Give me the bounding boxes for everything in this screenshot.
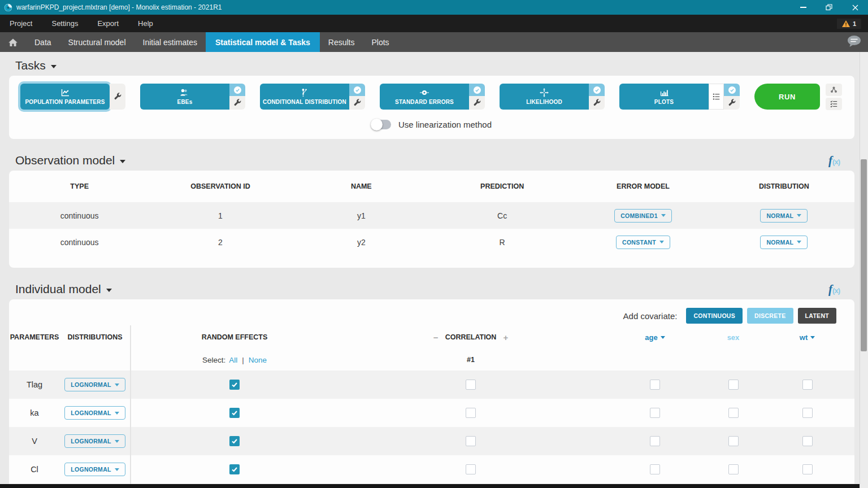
sex-checkbox[interactable]	[728, 436, 739, 446]
correlation-checkbox[interactable]	[466, 408, 476, 418]
feedback-button[interactable]	[847, 35, 861, 50]
restore-button[interactable]	[816, 0, 842, 15]
list-icon	[712, 93, 721, 101]
wrench-icon	[233, 99, 241, 107]
tab-data[interactable]: Data	[26, 32, 60, 52]
tasks-button-row: POPULATION PARAMETERS EBEs	[9, 76, 854, 110]
population-parameters-settings-button[interactable]	[110, 84, 125, 110]
home-icon	[8, 38, 18, 47]
obs-id: 2	[150, 238, 290, 247]
covariate-wt-dropdown[interactable]: wt	[800, 333, 815, 342]
obs-id: 1	[150, 211, 290, 220]
conditional-distribution-settings-button[interactable]	[349, 96, 365, 110]
obs-prediction: Cc	[432, 211, 572, 220]
tab-structural-model[interactable]: Structural model	[60, 32, 134, 52]
select-all-link[interactable]: All	[229, 356, 237, 364]
col-name: NAME	[291, 182, 432, 190]
likelihood-button[interactable]: LIKELIHOOD	[500, 84, 589, 110]
task-standard-errors: STANDARD ERRORS	[380, 84, 485, 110]
obs-name: y2	[291, 238, 432, 247]
ebes-button[interactable]: EBEs	[140, 84, 229, 110]
standard-errors-side	[469, 84, 485, 110]
col-covariate-age: age	[604, 333, 706, 342]
distribution-dropdown[interactable]: LOGNORMAL	[64, 406, 125, 420]
check-icon	[235, 88, 240, 93]
select-none-link[interactable]: None	[249, 356, 267, 364]
observation-model-collapse-caret-icon[interactable]	[120, 160, 125, 163]
tab-statistical-model-tasks[interactable]: Statistical model & Tasks	[206, 32, 320, 52]
covariate-age-dropdown[interactable]: age	[645, 333, 665, 342]
random-effect-checkbox[interactable]	[229, 436, 240, 446]
random-effect-checkbox[interactable]	[229, 380, 240, 390]
distribution-dropdown[interactable]: LOGNORMAL	[64, 434, 125, 448]
close-button[interactable]	[842, 0, 868, 15]
cluster-icon	[830, 86, 838, 94]
distribution-dropdown[interactable]: LOGNORMAL	[64, 378, 125, 391]
chat-bubble-icon	[847, 35, 861, 47]
sex-checkbox[interactable]	[728, 464, 739, 474]
covariate-sex-label[interactable]: sex	[727, 333, 740, 342]
observation-model-formula-button[interactable]: f(x)	[828, 154, 840, 168]
linearization-toggle[interactable]	[372, 120, 391, 129]
error-model-dropdown[interactable]: CONSTANT	[616, 236, 670, 249]
run-button[interactable]: RUN	[754, 84, 820, 110]
tab-results[interactable]: Results	[320, 32, 363, 52]
plots-settings-button[interactable]	[724, 96, 740, 110]
age-checkbox[interactable]	[650, 436, 660, 446]
age-checkbox[interactable]	[650, 380, 660, 390]
error-model-dropdown[interactable]: COMBINED1	[614, 209, 672, 223]
conditional-distribution-button[interactable]: CONDITIONAL DISTRIBUTION	[260, 84, 349, 110]
wt-checkbox[interactable]	[802, 408, 813, 418]
add-latent-covariate-button[interactable]: LATENT	[798, 308, 836, 324]
standard-errors-settings-button[interactable]	[469, 96, 485, 110]
individual-model-collapse-caret-icon[interactable]	[106, 289, 112, 292]
check-icon	[730, 88, 735, 93]
warning-indicator[interactable]: 1	[837, 19, 861, 29]
task-checklist-button[interactable]	[826, 98, 842, 110]
tab-initial-estimates[interactable]: Initial estimates	[134, 32, 206, 52]
age-checkbox[interactable]	[650, 464, 660, 474]
sex-checkbox[interactable]	[728, 408, 739, 418]
add-continuous-covariate-button[interactable]: CONTINUOUS	[686, 308, 743, 324]
menu-help[interactable]: Help	[128, 15, 163, 32]
standard-errors-button[interactable]: STANDARD ERRORS	[380, 84, 469, 110]
random-effect-checkbox[interactable]	[229, 464, 240, 474]
correlation-checkbox[interactable]	[466, 464, 476, 474]
population-parameters-button[interactable]: POPULATION PARAMETERS	[20, 84, 110, 110]
ebes-settings-button[interactable]	[229, 96, 245, 110]
menu-export[interactable]: Export	[88, 15, 128, 32]
distribution-dropdown[interactable]: LOGNORMAL	[64, 463, 125, 476]
plots-list-button[interactable]	[709, 84, 724, 110]
tasks-section-header: Tasks	[15, 56, 854, 75]
home-button[interactable]	[0, 32, 26, 52]
observation-table-header: TYPE OBSERVATION ID NAME PREDICTION ERRO…	[9, 171, 854, 202]
wrench-icon	[353, 99, 361, 107]
vertical-scrollbar[interactable]	[860, 52, 868, 488]
wt-checkbox[interactable]	[802, 436, 813, 446]
correlation-checkbox[interactable]	[466, 380, 476, 390]
col-distribution: DISTRIBUTION	[714, 182, 854, 190]
plots-button[interactable]: PLOTS	[619, 84, 709, 110]
workflow-button[interactable]	[826, 84, 842, 96]
tab-plots[interactable]: Plots	[363, 32, 398, 52]
wt-checkbox[interactable]	[802, 464, 813, 474]
likelihood-settings-button[interactable]	[589, 96, 605, 110]
menu-settings[interactable]: Settings	[42, 15, 88, 32]
distribution-dropdown[interactable]: NORMAL	[760, 236, 808, 249]
wt-checkbox[interactable]	[802, 380, 813, 390]
age-checkbox[interactable]	[650, 408, 660, 418]
correlation-add-button[interactable]: +	[500, 333, 511, 342]
correlation-remove-button[interactable]: −	[430, 333, 442, 342]
minimize-button[interactable]	[790, 0, 816, 15]
random-effect-checkbox[interactable]	[229, 408, 240, 418]
task-plots: PLOTS	[619, 84, 740, 110]
individual-model-formula-button[interactable]: f(x)	[828, 282, 840, 297]
add-discrete-covariate-button[interactable]: DISCRETE	[747, 308, 793, 324]
sex-checkbox[interactable]	[728, 380, 739, 390]
distribution-dropdown[interactable]: NORMAL	[760, 209, 808, 223]
correlation-checkbox[interactable]	[466, 436, 476, 446]
scrollbar-thumb[interactable]	[861, 159, 867, 351]
menu-project[interactable]: Project	[0, 15, 42, 32]
observation-row-y2: continuous 2 y2 R CONSTANT NORMAL	[9, 229, 854, 255]
tasks-collapse-caret-icon[interactable]	[51, 65, 57, 68]
